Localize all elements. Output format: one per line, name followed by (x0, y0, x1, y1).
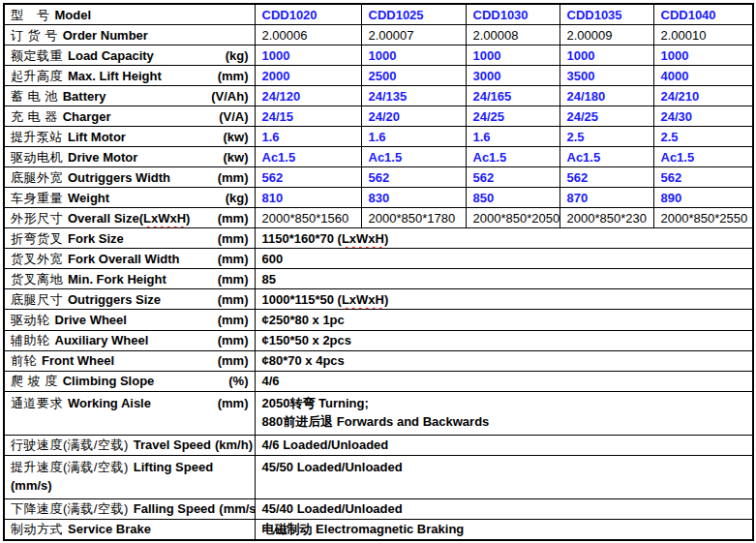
value-line: ¢250*80 x 1pc (262, 311, 747, 329)
row-label-overall-size: 外形尺寸Overall Size(LxWxH)(mm) (4, 208, 255, 228)
label-en-part: Charger (63, 109, 111, 124)
unit-label: (mm) (218, 270, 249, 288)
value-cell-load-capacity: 1000 (466, 45, 559, 66)
label-en-part: Model (55, 8, 92, 22)
spec-row-overall-size: 外形尺寸Overall Size(LxWxH)(mm)2000*850*1560… (4, 208, 753, 228)
value-line: 4/6 Loaded/Unloaded (262, 436, 747, 454)
value-cell-auxiliary-wheel: ¢150*50 x 2pcs (255, 330, 753, 350)
spec-table-body: 型 号ModelCDD1020CDD1025CDD1030CDD1035CDD1… (4, 4, 753, 540)
value-cell-charger: 24/25 (466, 106, 559, 127)
unit-label: (mm) (218, 250, 249, 268)
value-part: 600 (262, 252, 284, 266)
label-en-part: Climbing Slope (63, 374, 155, 388)
label-zh: 额定载重 (11, 46, 63, 65)
value-line: 85 (262, 270, 747, 288)
row-label-weight: 车身重量Weight(kg) (4, 188, 255, 208)
row-label-fork-size: 折弯货叉Fork Size(mm) (4, 228, 255, 249)
value-cell-charger: 24/20 (361, 106, 466, 127)
value-cell-fork-overall-width: 600 (255, 249, 753, 269)
spec-row-fork-overall-width: 货叉外宽Fork Overall Width(mm)600 (4, 249, 753, 269)
value-cell-order-number: 2.00007 (361, 25, 466, 45)
value-line: 1000*115*50 (LxWxH) (262, 290, 747, 309)
spec-row-model: 型 号ModelCDD1020CDD1025CDD1030CDD1035CDD1… (4, 4, 753, 25)
label-zh: 下降速度(满载/空载) (11, 499, 129, 518)
spec-row-auxiliary-wheel: 辅助轮Auxiliary Wheel(mm)¢150*50 x 2pcs (4, 330, 753, 350)
label-en-part: Drive Wheel (55, 313, 127, 327)
unit-label: (V/A) (219, 107, 248, 126)
label-zh: 折弯货叉 (11, 229, 63, 248)
label-en: Load Capacity (68, 46, 154, 65)
spec-row-front-wheel: 前轮Front Wheel(mm)¢80*70 x 4pcs (4, 350, 753, 371)
value-cell-drive-motor: Ac1.5 (466, 147, 559, 167)
unit-label: (kg) (226, 46, 249, 65)
label-en-part: Outriggers Size (68, 292, 161, 307)
row-label-fork-overall-width: 货叉外宽Fork Overall Width(mm) (4, 249, 255, 269)
value-cell-climbing-slope: 4/6 (255, 371, 753, 391)
row-label-falling-speed: 下降速度(满载/空载)Falling Speed(mm/s) (4, 498, 255, 519)
value-cell-drive-motor: Ac1.5 (255, 147, 361, 167)
label-en-part: Overall Size( (68, 211, 143, 226)
label-en-part: Battery (63, 89, 106, 104)
value-cell-drive-motor: Ac1.5 (361, 147, 466, 167)
label-en-part: Auxiliary Wheel (55, 333, 149, 347)
row-label-outriggers-size: 底腿尺寸Outriggers Size(mm) (4, 289, 255, 310)
value-cell-battery: 24/210 (653, 86, 753, 106)
spec-row-outriggers-width: 底腿外宽Outriggers Width(mm)562562562562562 (4, 167, 753, 188)
value-cell-weight: 810 (255, 188, 361, 208)
unit-label: (km/h) (215, 436, 253, 454)
label-zh: 驱动电机 (11, 148, 63, 166)
value-cell-outriggers-width: 562 (653, 167, 753, 188)
row-label-max-lift-height: 起升高度Max. Lift Height(mm) (4, 66, 255, 86)
value-line: 4/6 (262, 372, 747, 390)
row-label-front-wheel: 前轮Front Wheel(mm) (4, 350, 255, 371)
spec-row-lifting-speed: 提升速度(满载/空载)Lifting Speed(mm/s)45/50 Load… (4, 455, 753, 498)
label-zh: 货叉外宽 (11, 250, 63, 268)
spec-row-charger: 充 电 器Charger(V/A)24/1524/2024/2524/2524/… (4, 106, 753, 127)
row-label-drive-motor: 驱动电机Drive Motor(kw) (4, 147, 255, 167)
label-en: Fork Overall Width (68, 250, 179, 268)
value-cell-overall-size: 2000*850*2050 (466, 208, 559, 228)
unit-label: (mm) (218, 229, 249, 248)
row-label-charger: 充 电 器Charger(V/A) (4, 106, 255, 127)
value-part: 1000*115*50 ( (262, 292, 342, 307)
row-label-service-brake: 制动方式Service Brake (4, 519, 255, 540)
label-en-part: Lift Motor (68, 130, 126, 144)
value-cell-drive-motor: Ac1.5 (653, 147, 753, 167)
unit-label: (kg) (226, 189, 249, 207)
spec-row-max-lift-height: 起升高度Max. Lift Height(mm)2000250030003500… (4, 66, 753, 86)
value-cell-max-lift-height: 2000 (255, 66, 361, 86)
label-en-part: Front Wheel (42, 353, 114, 368)
value-line: 45/40 Loaded/Unloaded (262, 499, 747, 518)
label-en: Drive Motor (68, 148, 137, 166)
value-cell-lift-motor: 2.5 (653, 127, 753, 147)
label-en: Fork Size (68, 229, 124, 248)
label-zh: 充 电 器 (11, 107, 58, 126)
value-cell-model: CDD1030 (466, 4, 559, 25)
value-cell-lifting-speed: 45/50 Loaded/Unloaded (255, 455, 753, 498)
value-part: 2050转弯 Turning; (262, 396, 369, 410)
label-en-part: Weight (68, 191, 109, 205)
unit-label: (mm) (218, 331, 249, 349)
value-line: 1150*160*70 (LxWxH) (262, 229, 747, 248)
value-part: 电磁制动 Electromagnetic Braking (262, 522, 465, 536)
row-label-working-aisle: 通道要求Working Aisle(mm) (4, 391, 255, 435)
value-cell-order-number: 2.00006 (255, 25, 361, 45)
value-cell-falling-speed: 45/40 Loaded/Unloaded (255, 498, 753, 519)
row-label-min-fork-height: 货叉离地Min. Fork Height(mm) (4, 269, 255, 289)
unit-label-second-line: (mm/s) (11, 476, 249, 496)
label-en-part: Order Number (63, 28, 148, 43)
label-zh: 辅助轮 (11, 331, 50, 349)
value-cell-battery: 24/165 (466, 86, 559, 106)
label-en: Overall Size(LxWxH) (68, 209, 190, 227)
label-en-part: Travel Speed (134, 437, 211, 452)
value-cell-charger: 24/25 (559, 106, 653, 127)
value-cell-battery: 24/120 (255, 86, 361, 106)
label-en-part: Falling Speed (134, 501, 216, 516)
spec-row-lift-motor: 提升泵站Lift Motor(kw)1.61.61.62.52.5 (4, 127, 753, 147)
label-zh: 外形尺寸 (11, 209, 63, 227)
row-label-load-capacity: 额定载重Load Capacity(kg) (4, 45, 255, 66)
label-en: Charger (63, 107, 111, 126)
label-en: Travel Speed (134, 436, 211, 454)
spec-row-drive-motor: 驱动电机Drive Motor(kw)Ac1.5Ac1.5Ac1.5Ac1.5A… (4, 147, 753, 167)
value-cell-model: CDD1040 (653, 4, 753, 25)
